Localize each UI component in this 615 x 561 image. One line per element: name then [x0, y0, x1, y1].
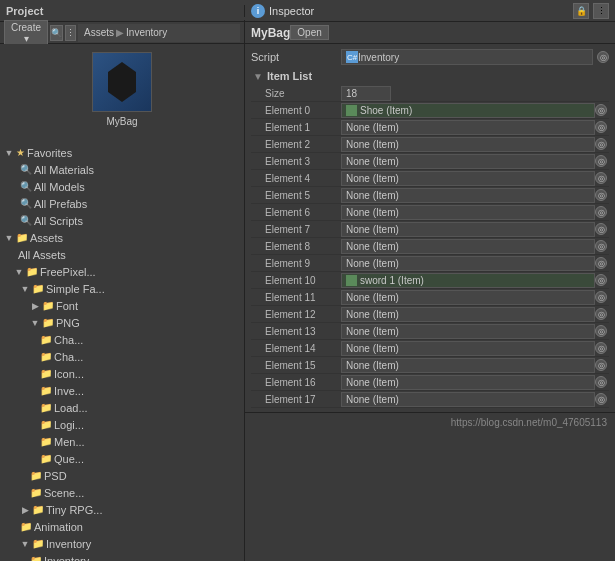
script-box[interactable]: C# Inventory [341, 49, 593, 65]
element-field-16[interactable]: None (Item) [341, 375, 595, 390]
element-field-1[interactable]: None (Item) [341, 120, 595, 135]
element-field-9[interactable]: None (Item) [341, 256, 595, 271]
unity-logo [102, 62, 142, 102]
fav-all-models[interactable]: 🔍 All Models [0, 178, 244, 195]
assets-header[interactable]: ▼ 📁 Assets [0, 229, 244, 246]
script-select-btn[interactable]: ◎ [597, 51, 609, 63]
breadcrumb-inventory[interactable]: Inventory [126, 27, 167, 38]
inspector-mybag-row: MyBag Open [245, 25, 615, 40]
element-select-btn-17[interactable]: ◎ [595, 393, 607, 405]
script-value: Inventory [358, 52, 399, 63]
search-icon-2: 🔍 [20, 181, 32, 192]
element-select-btn-10[interactable]: ◎ [595, 274, 607, 286]
element-select-btn-7[interactable]: ◎ [595, 223, 607, 235]
script-label: Script [251, 51, 341, 63]
element-select-btn-0[interactable]: ◎ [595, 104, 607, 116]
element-select-btn-2[interactable]: ◎ [595, 138, 607, 150]
tree-animation[interactable]: 📁 Animation [0, 518, 244, 535]
element-field-8[interactable]: None (Item) [341, 239, 595, 254]
element-field-3[interactable]: None (Item) [341, 154, 595, 169]
element-field-14[interactable]: None (Item) [341, 341, 595, 356]
element-value-text-10: sword 1 (Item) [360, 275, 424, 286]
more-btn[interactable]: ⋮ [65, 25, 76, 41]
cha2-icon: 📁 [40, 351, 52, 362]
create-button[interactable]: Create ▾ [4, 20, 48, 46]
element-value-text-14: None (Item) [346, 343, 399, 354]
tree-que[interactable]: 📁 Que... [0, 450, 244, 467]
tree-all-assets[interactable]: All Assets [0, 246, 244, 263]
star-icon: ★ [16, 147, 25, 158]
element-select-btn-1[interactable]: ◎ [595, 121, 607, 133]
search-button[interactable]: 🔍 [50, 25, 63, 41]
tree-scene[interactable]: 📁 Scene... [0, 484, 244, 501]
breadcrumb-sep1: ▶ [116, 27, 124, 38]
element-field-12[interactable]: None (Item) [341, 307, 595, 322]
element-field-4[interactable]: None (Item) [341, 171, 595, 186]
tree-logi[interactable]: 📁 Logi... [0, 416, 244, 433]
element-value-text-17: None (Item) [346, 394, 399, 405]
element-select-btn-15[interactable]: ◎ [595, 359, 607, 371]
tree-cha2[interactable]: 📁 Cha... [0, 348, 244, 365]
element-value-5: None (Item)◎ [341, 188, 607, 203]
lock-icon-btn[interactable]: 🔒 [573, 3, 589, 19]
men-icon: 📁 [40, 436, 52, 447]
project-tab[interactable]: Project [0, 5, 245, 17]
element-value-text-4: None (Item) [346, 173, 399, 184]
fav-all-scripts[interactable]: 🔍 All Scripts [0, 212, 244, 229]
element-label-9: Element 9 [253, 258, 341, 269]
tree-simplefa[interactable]: ▼ 📁 Simple Fa... [0, 280, 244, 297]
icon-folder-icon: 📁 [40, 368, 52, 379]
fav-all-materials[interactable]: 🔍 All Materials [0, 161, 244, 178]
tree-icon[interactable]: 📁 Icon... [0, 365, 244, 382]
element-select-btn-9[interactable]: ◎ [595, 257, 607, 269]
element-value-7: None (Item)◎ [341, 222, 607, 237]
more-options-btn[interactable]: ⋮ [593, 3, 609, 19]
tree-inve[interactable]: 📁 Inve... [0, 382, 244, 399]
item-list-header[interactable]: ▼ Item List [251, 67, 609, 85]
tree-men[interactable]: 📁 Men... [0, 433, 244, 450]
element-select-btn-5[interactable]: ◎ [595, 189, 607, 201]
inspector-icon: i [251, 4, 265, 18]
element-field-2[interactable]: None (Item) [341, 137, 595, 152]
element-select-btn-8[interactable]: ◎ [595, 240, 607, 252]
element-select-btn-12[interactable]: ◎ [595, 308, 607, 320]
element-select-btn-11[interactable]: ◎ [595, 291, 607, 303]
element-select-btn-6[interactable]: ◎ [595, 206, 607, 218]
tree-inventory2[interactable]: 📁 Inventory... [0, 552, 244, 561]
element-field-0[interactable]: Shoe (Item) [341, 103, 595, 118]
tree-tinyrpg[interactable]: ▶ 📁 Tiny RPG... [0, 501, 244, 518]
element-select-btn-16[interactable]: ◎ [595, 376, 607, 388]
trpg-arrow: ▶ [20, 505, 30, 515]
tree-psd[interactable]: 📁 PSD [0, 467, 244, 484]
element-label-4: Element 4 [253, 173, 341, 184]
tree-font[interactable]: ▶ 📁 Font [0, 297, 244, 314]
inspector-toolbar-icons: 🔒 ⋮ [573, 3, 609, 19]
tree-cha1[interactable]: 📁 Cha... [0, 331, 244, 348]
element-row: Element 10sword 1 (Item)◎ [251, 272, 609, 289]
element-row: Element 17None (Item)◎ [251, 391, 609, 408]
tree-inventory[interactable]: ▼ 📁 Inventory [0, 535, 244, 552]
element-field-10[interactable]: sword 1 (Item) [341, 273, 595, 288]
element-value-text-12: None (Item) [346, 309, 399, 320]
tree-load[interactable]: 📁 Load... [0, 399, 244, 416]
element-field-6[interactable]: None (Item) [341, 205, 595, 220]
element-select-btn-3[interactable]: ◎ [595, 155, 607, 167]
element-select-btn-4[interactable]: ◎ [595, 172, 607, 184]
fav-all-prefabs[interactable]: 🔍 All Prefabs [0, 195, 244, 212]
element-field-11[interactable]: None (Item) [341, 290, 595, 305]
favorites-header[interactable]: ▼ ★ Favorites [0, 144, 244, 161]
element-field-7[interactable]: None (Item) [341, 222, 595, 237]
element-select-btn-13[interactable]: ◎ [595, 325, 607, 337]
element-field-15[interactable]: None (Item) [341, 358, 595, 373]
open-button[interactable]: Open [290, 25, 328, 40]
element-field-17[interactable]: None (Item) [341, 392, 595, 407]
size-field[interactable]: 18 [341, 86, 391, 101]
element-select-btn-14[interactable]: ◎ [595, 342, 607, 354]
tree-png[interactable]: ▼ 📁 PNG [0, 314, 244, 331]
breadcrumb-assets[interactable]: Assets [84, 27, 114, 38]
element-value-6: None (Item)◎ [341, 205, 607, 220]
tree-freepixel[interactable]: ▼ 📁 FreePixel... [0, 263, 244, 280]
element-field-5[interactable]: None (Item) [341, 188, 595, 203]
assets-arrow: ▼ [4, 233, 14, 243]
element-field-13[interactable]: None (Item) [341, 324, 595, 339]
